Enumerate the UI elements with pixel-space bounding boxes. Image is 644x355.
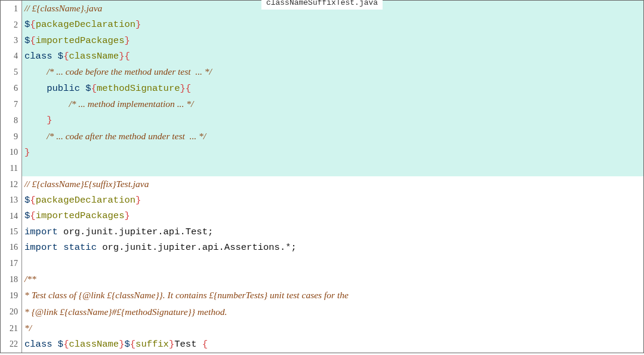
line-number: 5: [1, 64, 22, 80]
code-line: 22class ${className}${suffix}Test {: [1, 336, 643, 352]
code-line: 16import static org.junit.jupiter.api.As…: [1, 240, 643, 255]
token-brace-close: }: [24, 147, 30, 158]
token-kw: import: [24, 227, 58, 237]
line-number: 7: [1, 96, 22, 112]
code-line: 15import org.junit.jupiter.api.Test;: [1, 224, 643, 240]
token-comment: /**: [24, 274, 36, 284]
line-content: /* ... code after the method under test …: [22, 128, 643, 145]
line-number: 14: [1, 208, 22, 224]
code-line: 14${importedPackages}: [1, 208, 643, 224]
token-var-name: importedPackages: [36, 35, 125, 46]
token-brace-open: {: [30, 19, 35, 30]
line-content: class ${className}{: [22, 48, 643, 64]
token-brace-close: }: [124, 210, 130, 221]
token-kw: class: [24, 51, 53, 62]
line-content: class ${className}${suffix}Test {: [22, 336, 643, 352]
token-var-name: packageDeclaration: [36, 195, 135, 206]
token-comment: * {@link £{className}#£{methodSignature}…: [24, 307, 227, 317]
line-number: 15: [1, 224, 22, 240]
line-number: 22: [1, 336, 22, 352]
line-number: 3: [1, 33, 22, 48]
token-brace-open: {: [91, 83, 97, 94]
line-number: 9: [1, 128, 22, 145]
line-content: /* ... method implementation ... */: [22, 96, 643, 112]
token-var-name: importedPackages: [36, 210, 125, 221]
line-content: [22, 160, 643, 176]
line-number: 6: [1, 81, 22, 96]
line-number: 20: [1, 304, 22, 320]
token-brace-close: }: [124, 35, 130, 46]
code-line: 11: [1, 160, 643, 176]
token-dollar: $: [24, 35, 30, 46]
code-block: 1// £{className}.java2${packageDeclarati…: [1, 1, 643, 353]
token-var-name: className: [69, 339, 119, 350]
token-plain: [53, 339, 58, 350]
line-number: 12: [1, 176, 22, 192]
line-number: 2: [1, 17, 22, 32]
line-content: }: [22, 145, 643, 160]
line-content: */: [22, 320, 643, 336]
token-brace-open: {: [186, 83, 191, 94]
line-content: }: [22, 112, 643, 128]
code-line: 3${importedPackages}: [1, 33, 643, 48]
token-kw: import: [24, 242, 58, 253]
token-brace-close: }: [47, 115, 52, 126]
token-plain: org.junit.jupiter.api.Assertions.*;: [97, 242, 297, 253]
line-content: public ${methodSignature}{: [22, 81, 643, 96]
token-plain: [80, 83, 85, 94]
token-dollar: $: [24, 195, 30, 206]
line-number: 17: [1, 256, 22, 271]
filename-title: classNameSuffixTest.java: [261, 0, 383, 10]
code-line: 5 /* ... code before the method under te…: [1, 64, 643, 80]
line-content: * Test class of {@link £{className}}. It…: [22, 287, 643, 304]
line-number: 10: [1, 145, 22, 160]
token-brace-close: }: [169, 339, 174, 350]
line-content: [22, 256, 643, 271]
token-dollar: $: [58, 339, 63, 350]
token-kw: static: [63, 242, 97, 253]
token-kw: class: [24, 339, 53, 350]
token-var-name: methodSignature: [97, 83, 180, 94]
code-line: 12// £{className}£{suffix}Test.java: [1, 176, 643, 192]
line-number: 19: [1, 287, 22, 304]
code-line: 6 public ${methodSignature}{: [1, 81, 643, 96]
token-brace-close: }: [135, 19, 141, 30]
token-kw: public: [47, 83, 80, 94]
token-plain: Test: [174, 339, 202, 350]
line-content: ${packageDeclaration}: [22, 17, 643, 32]
line-content: ${importedPackages}: [22, 208, 643, 224]
token-dollar: $: [124, 339, 130, 350]
token-dollar: $: [85, 83, 91, 94]
token-var-name: className: [69, 51, 119, 62]
token-comment: // £{className}£{suffix}Test.java: [24, 179, 149, 189]
token-plain: [58, 242, 63, 253]
code-line: 2${packageDeclaration}: [1, 17, 643, 32]
line-content: import org.junit.jupiter.api.Test;: [22, 224, 643, 240]
code-line: 9 /* ... code after the method under tes…: [1, 128, 643, 145]
code-line: 21*/: [1, 320, 643, 336]
token-plain: [53, 51, 58, 62]
code-line: 8 }: [1, 112, 643, 128]
token-brace-close: }: [135, 195, 141, 206]
code-line: 13${packageDeclaration}: [1, 192, 643, 208]
line-number: 11: [1, 160, 22, 176]
token-var-name: packageDeclaration: [36, 19, 135, 30]
line-content: /**: [22, 271, 643, 287]
token-comment: /* ... method implementation ... */: [69, 99, 193, 109]
line-content: ${importedPackages}: [22, 33, 643, 48]
code-line: 10}: [1, 145, 643, 160]
code-line: 19* Test class of {@link £{className}}. …: [1, 287, 643, 304]
line-number: 4: [1, 48, 22, 64]
code-line: 20* {@link £{className}#£{methodSignatur…: [1, 304, 643, 320]
line-content: // £{className}£{suffix}Test.java: [22, 176, 643, 192]
filename-title-wrap: classNameSuffixTest.java: [1, 0, 643, 10]
token-brace-open: {: [30, 210, 35, 221]
line-content: * {@link £{className}#£{methodSignature}…: [22, 304, 643, 320]
token-brace-open: {: [30, 195, 35, 206]
line-content: ${packageDeclaration}: [22, 192, 643, 208]
line-number: 21: [1, 320, 22, 336]
line-content: /* ... code before the method under test…: [22, 64, 643, 80]
code-line: 17: [1, 256, 643, 271]
code-line: 4class ${className}{: [1, 48, 643, 64]
token-var-name: suffix: [135, 339, 169, 350]
